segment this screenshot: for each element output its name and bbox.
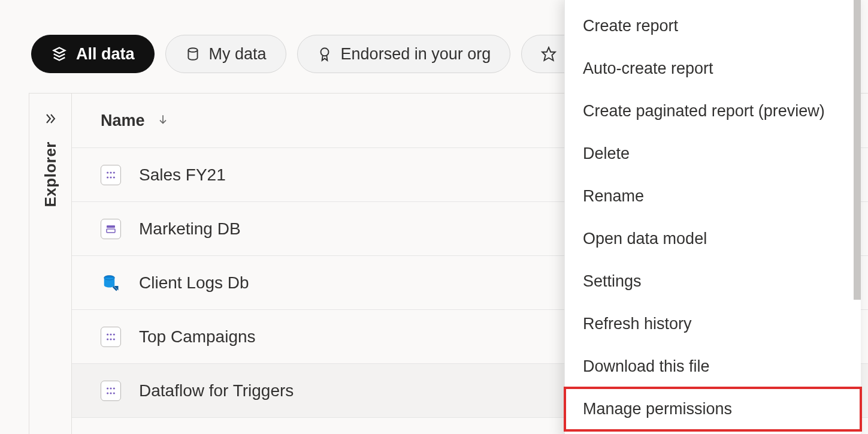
svg-point-15: [110, 333, 111, 335]
svg-point-22: [113, 387, 115, 389]
datamart-icon: [101, 219, 121, 239]
menu-create-report[interactable]: Create report: [565, 5, 861, 47]
menu-create-paginated-report[interactable]: Create paginated report (preview): [565, 90, 861, 132]
svg-point-24: [110, 392, 111, 394]
menu-refresh-history[interactable]: Refresh history: [565, 303, 861, 345]
database-icon: [101, 273, 121, 293]
sort-arrow-icon: [157, 113, 169, 128]
svg-point-5: [113, 171, 115, 173]
svg-point-19: [113, 338, 115, 340]
svg-point-7: [110, 176, 111, 178]
svg-point-18: [110, 338, 111, 340]
svg-point-1: [320, 48, 328, 56]
filter-endorsed[interactable]: Endorsed in your org: [297, 35, 511, 73]
menu-delete[interactable]: Delete: [565, 132, 861, 175]
svg-point-4: [110, 171, 111, 173]
svg-point-6: [107, 176, 108, 178]
svg-point-23: [107, 392, 108, 394]
explorer-label: Explorer: [41, 141, 60, 207]
svg-point-20: [107, 387, 108, 389]
filter-label: All data: [76, 45, 135, 64]
row-name: Sales FY21: [139, 165, 226, 185]
cylinder-icon: [185, 46, 201, 62]
svg-point-0: [188, 48, 197, 52]
ribbon-icon: [317, 46, 332, 62]
explorer-rail: Explorer: [29, 94, 72, 434]
svg-rect-10: [107, 229, 115, 233]
stack-icon: [51, 46, 68, 62]
svg-marker-2: [542, 47, 555, 61]
svg-point-8: [113, 176, 115, 178]
menu-rename[interactable]: Rename: [565, 175, 861, 218]
svg-rect-9: [107, 225, 115, 228]
svg-point-14: [107, 333, 108, 335]
filter-all-data[interactable]: All data: [31, 35, 155, 73]
row-name: Dataflow for Triggers: [139, 381, 294, 400]
menu-auto-create-report[interactable]: Auto-create report: [565, 47, 861, 90]
svg-point-17: [107, 338, 108, 340]
menu-settings[interactable]: Settings: [565, 260, 861, 303]
filter-my-data[interactable]: My data: [165, 35, 286, 73]
menu-open-data-model[interactable]: Open data model: [565, 218, 861, 260]
column-header-text: Name: [101, 111, 145, 130]
svg-point-16: [113, 333, 115, 335]
star-icon: [541, 46, 557, 62]
expand-explorer-icon[interactable]: [43, 111, 58, 128]
menu-download-file[interactable]: Download this file: [565, 345, 861, 388]
row-name: Top Campaigns: [139, 327, 256, 346]
menu-manage-permissions[interactable]: Manage permissions: [565, 388, 861, 430]
dataset-icon: [101, 381, 121, 401]
filter-label: My data: [209, 45, 267, 64]
svg-point-21: [110, 387, 111, 389]
row-name: Marketing DB: [139, 219, 241, 239]
filter-label: Endorsed in your org: [341, 45, 491, 64]
row-name: Client Logs Db: [139, 273, 249, 293]
svg-point-25: [113, 392, 115, 394]
dataset-icon: [101, 165, 121, 185]
svg-point-3: [107, 171, 108, 173]
dataset-icon: [101, 327, 121, 347]
scrollbar[interactable]: [854, 0, 861, 300]
context-menu: Create report Auto-create report Create …: [564, 0, 861, 434]
